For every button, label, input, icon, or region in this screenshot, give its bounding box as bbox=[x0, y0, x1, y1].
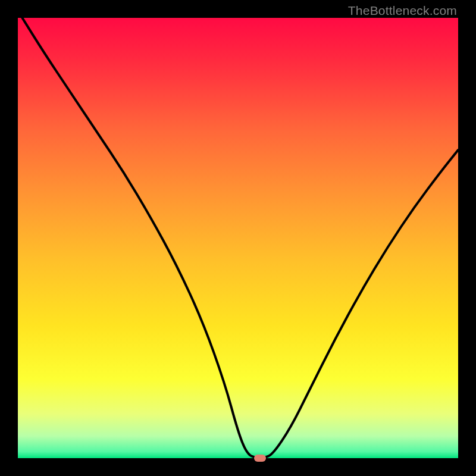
optimal-point-marker bbox=[254, 455, 266, 462]
bottleneck-curve bbox=[22, 18, 458, 458]
chart-stage: TheBottleneck.com bbox=[0, 0, 476, 476]
watermark-text: TheBottleneck.com bbox=[348, 4, 457, 18]
plot-area bbox=[18, 18, 458, 458]
curve-layer bbox=[18, 18, 458, 458]
